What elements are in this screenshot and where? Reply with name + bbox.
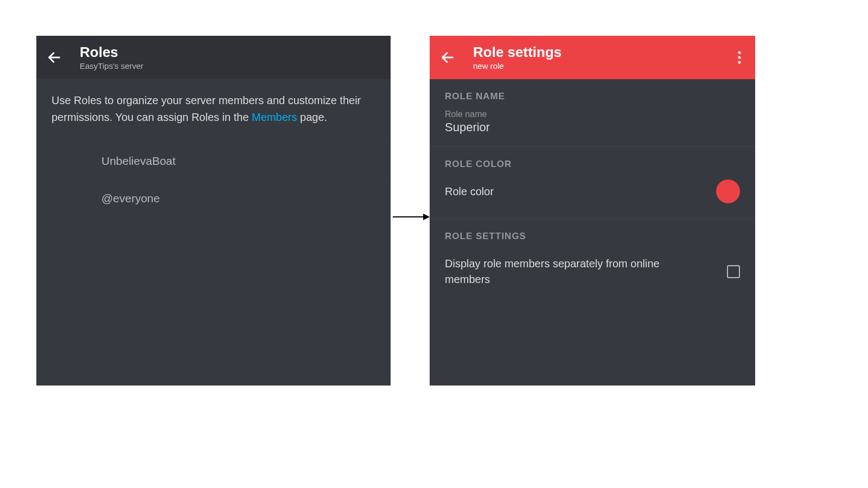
role-color-label: Role color xyxy=(445,185,494,198)
role-color-row[interactable]: Role color xyxy=(430,174,755,219)
role-item-unbelievaboat[interactable]: UnbelievaBoat xyxy=(36,142,391,179)
display-separately-checkbox[interactable] xyxy=(727,265,740,278)
overflow-menu-button[interactable] xyxy=(733,47,745,68)
header-text-group: Role settings new role xyxy=(473,44,561,70)
roles-panel: Roles EasyTips's server Use Roles to org… xyxy=(36,36,391,386)
svg-point-6 xyxy=(738,61,741,64)
role-color-swatch[interactable] xyxy=(716,179,740,203)
roles-description: Use Roles to organize your server member… xyxy=(36,79,391,142)
description-text-post: page. xyxy=(297,111,327,123)
page-title: Roles xyxy=(80,44,143,60)
svg-point-5 xyxy=(738,56,741,59)
section-role-name: ROLE NAME xyxy=(430,79,755,106)
arrow-left-icon xyxy=(47,50,62,65)
members-link[interactable]: Members xyxy=(252,111,297,123)
role-name-input[interactable] xyxy=(445,120,740,134)
role-settings-header: Role settings new role xyxy=(430,36,755,79)
svg-marker-2 xyxy=(423,214,430,220)
page-subtitle: new role xyxy=(473,61,561,70)
role-settings-panel: Role settings new role ROLE NAME Role na… xyxy=(430,36,755,386)
page-subtitle: EasyTips's server xyxy=(80,61,143,70)
header-text-group: Roles EasyTips's server xyxy=(80,44,143,70)
role-item-everyone[interactable]: @everyone xyxy=(36,179,391,217)
display-separately-row[interactable]: Display role members separately from onl… xyxy=(430,246,755,287)
back-button[interactable] xyxy=(439,49,456,66)
display-separately-label: Display role members separately from onl… xyxy=(445,256,700,287)
role-name-field-group: Role name xyxy=(430,106,755,147)
arrow-right-icon xyxy=(392,211,430,222)
kebab-icon xyxy=(738,51,741,64)
flow-arrow xyxy=(392,206,430,228)
page-title: Role settings xyxy=(473,44,561,60)
svg-point-4 xyxy=(738,52,741,54)
role-name-label: Role name xyxy=(445,110,740,119)
arrow-left-icon xyxy=(440,50,455,65)
back-button[interactable] xyxy=(46,49,62,66)
section-role-settings: ROLE SETTINGS xyxy=(430,219,755,246)
section-role-color: ROLE COLOR xyxy=(430,147,755,174)
roles-header: Roles EasyTips's server xyxy=(36,36,391,79)
